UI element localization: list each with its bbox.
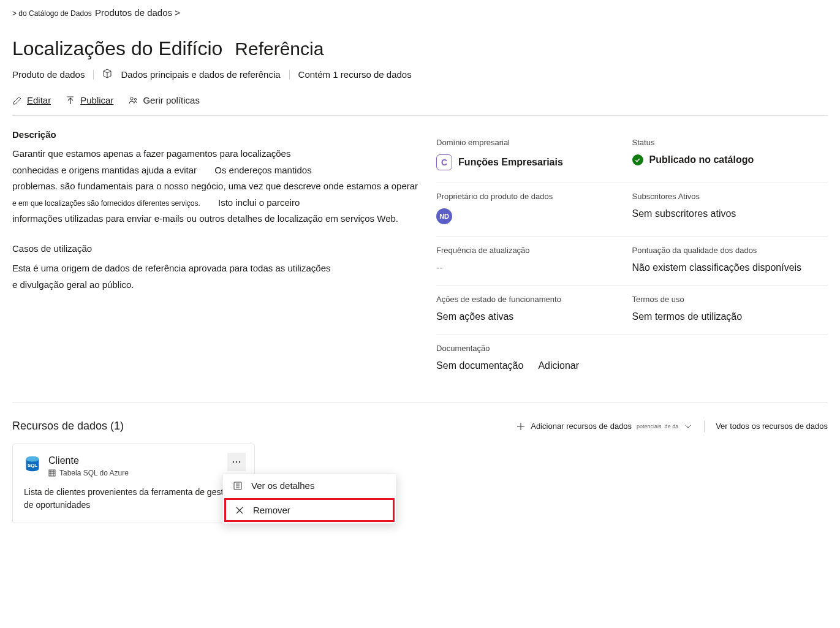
frequency-label: Frequência de atualização	[436, 246, 632, 255]
asset-count: Contém 1 recurso de dados	[298, 69, 412, 80]
publish-button[interactable]: Publicar	[66, 95, 113, 105]
avatar: ND	[436, 208, 452, 224]
resource-card-subtitle: Tabela SQL do Azure	[48, 469, 129, 477]
cube-icon	[102, 69, 112, 80]
business-domain-value[interactable]: C Funções Empresariais	[436, 154, 632, 170]
owner-label: Proprietário do produto de dados	[436, 192, 632, 201]
domain-badge: C	[436, 154, 452, 170]
health-value: Sem ações ativas	[436, 311, 632, 322]
svg-point-3	[26, 456, 39, 462]
terms-label: Termos de uso	[632, 295, 828, 304]
separator	[93, 70, 94, 80]
separator	[704, 421, 705, 432]
resources-heading: Recursos de dados (1)	[12, 420, 124, 433]
svg-point-7	[236, 461, 237, 463]
quality-label: Pontuação da qualidade dos dados	[632, 246, 828, 255]
breadcrumb-part1[interactable]: > do Catálogo de Dados	[12, 9, 92, 18]
frequency-value: --	[436, 262, 632, 273]
docs-value: Sem documentação	[436, 360, 523, 371]
subscribers-value: Sem subscritores ativos	[632, 208, 828, 219]
ellipsis-icon	[232, 457, 241, 467]
plus-icon	[516, 422, 526, 431]
product-category: Dados principais e dados de referência	[121, 69, 280, 80]
pencil-icon	[12, 96, 22, 105]
resource-card-description: Lista de clientes provenientes da ferram…	[24, 486, 243, 512]
business-domain-label: Domínio empresarial	[436, 138, 632, 147]
details-icon	[233, 481, 243, 491]
edit-button[interactable]: Editar	[12, 95, 51, 105]
people-icon	[128, 96, 138, 105]
menu-view-details[interactable]: Ver os detalhes	[223, 474, 396, 497]
svg-text:SQL: SQL	[28, 463, 37, 468]
svg-point-8	[239, 461, 240, 463]
add-documentation-button[interactable]: Adicionar	[538, 360, 579, 371]
page-title-suffix: Referência	[235, 39, 324, 59]
quality-value: Não existem classificações disponíveis	[632, 262, 828, 273]
resource-card[interactable]: SQL Cliente Tabela SQL do Azure Lista de…	[12, 444, 255, 523]
health-label: Ações de estado de funcionamento	[436, 295, 632, 304]
table-icon	[48, 469, 56, 477]
add-data-resources-button[interactable]: Adicionar recursos de dados potenciais. …	[516, 422, 693, 431]
svg-point-1	[135, 98, 137, 100]
svg-point-0	[131, 97, 133, 99]
owner-value[interactable]: ND	[436, 208, 632, 224]
separator	[289, 70, 290, 80]
chevron-down-icon	[683, 422, 693, 431]
svg-point-6	[233, 461, 234, 463]
context-menu: Ver os detalhes Remover	[222, 474, 396, 524]
breadcrumb-part2[interactable]: Produtos de dados >	[95, 7, 180, 18]
terms-value: Sem termos de utilização	[632, 311, 828, 322]
description-heading: Descrição	[12, 129, 418, 140]
menu-remove[interactable]: Remover	[224, 498, 395, 522]
view-all-resources-link[interactable]: Ver todos os recursos de dados	[716, 422, 828, 431]
check-circle-icon	[632, 154, 643, 165]
close-icon	[235, 505, 244, 515]
page-title: Localizações do Edifício	[12, 37, 222, 60]
svg-rect-5	[49, 470, 55, 476]
resource-card-title: Cliente	[48, 455, 129, 466]
docs-label: Documentação	[436, 344, 828, 353]
more-options-button[interactable]	[227, 453, 246, 471]
meta-row: Produto de dados Dados principais e dado…	[12, 69, 828, 80]
page-title-row: Localizações do Edifício Referência	[12, 37, 828, 60]
manage-policies-button[interactable]: Gerir políticas	[128, 95, 200, 105]
usecases-heading: Casos de utilização	[12, 242, 418, 256]
actions-toolbar: Editar Publicar Gerir políticas	[12, 95, 828, 116]
sql-database-icon: SQL	[24, 455, 41, 472]
product-type-label: Produto de dados	[12, 69, 85, 80]
upload-icon	[66, 96, 75, 105]
status-label: Status	[632, 138, 828, 147]
status-value: Publicado no catálogo	[632, 154, 828, 165]
subscribers-label: Subscritores Ativos	[632, 192, 828, 201]
description-body: Garantir que estamos apenas a fazer paga…	[12, 147, 418, 226]
breadcrumb[interactable]: > do Catálogo de Dados Produtos de dados…	[12, 5, 828, 25]
